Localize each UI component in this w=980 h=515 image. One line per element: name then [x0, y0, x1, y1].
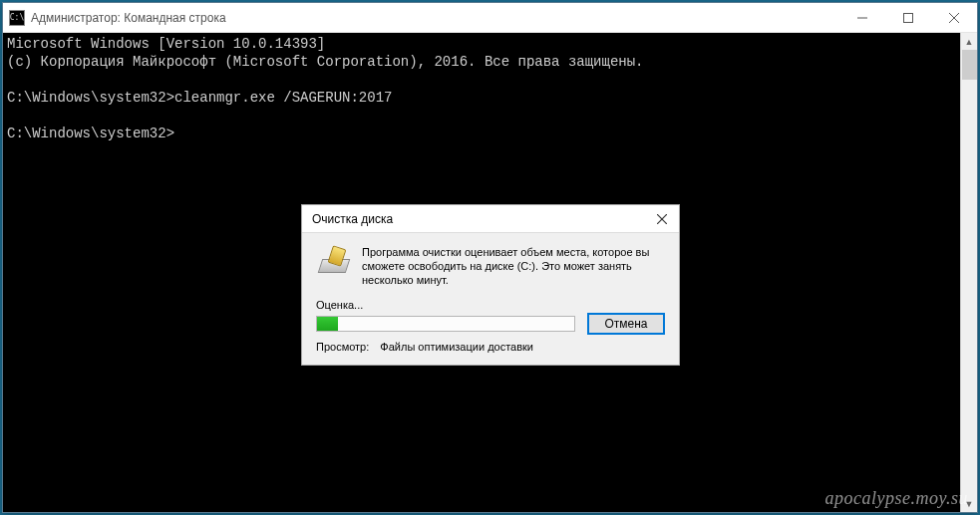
cancel-button[interactable]: Отмена [587, 313, 665, 335]
disk-cleanup-dialog: Очистка диска Программа очистки оценивае… [301, 204, 680, 366]
status-value: Файлы оптимизации доставки [380, 341, 533, 353]
titlebar[interactable]: C:\ Администратор: Командная строка [3, 3, 977, 33]
window-controls [839, 3, 977, 32]
disk-cleanup-icon [316, 245, 352, 281]
progress-fill [317, 317, 338, 331]
scrollbar[interactable]: ▲ ▼ [960, 33, 977, 512]
dialog-message: Программа очистки оценивает объем места,… [362, 245, 665, 287]
close-button[interactable] [931, 3, 977, 32]
status-label: Просмотр: [316, 341, 369, 353]
dialog-title: Очистка диска [312, 212, 647, 226]
scroll-down-button[interactable]: ▼ [961, 495, 977, 512]
dialog-body: Программа очистки оценивает объем места,… [302, 233, 679, 365]
window-title: Администратор: Командная строка [31, 11, 839, 25]
progress-label: Оценка... [316, 299, 665, 311]
dialog-close-button[interactable] [647, 208, 677, 230]
minimize-button[interactable] [839, 3, 885, 32]
status-row: Просмотр: Файлы оптимизации доставки [316, 341, 665, 353]
dialog-titlebar[interactable]: Очистка диска [302, 205, 679, 233]
scroll-up-button[interactable]: ▲ [961, 33, 977, 50]
cmd-icon: C:\ [9, 10, 25, 26]
scroll-thumb[interactable] [962, 50, 977, 80]
maximize-button[interactable] [885, 3, 931, 32]
progress-bar [316, 316, 575, 332]
scroll-track[interactable] [961, 80, 977, 495]
svg-rect-1 [904, 13, 913, 22]
